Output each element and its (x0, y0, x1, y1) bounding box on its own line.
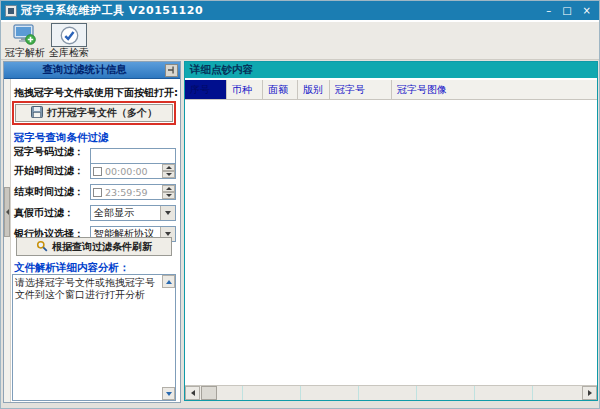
app-window: 冠字号系统维护工具 V20151120 – □ × 冠字解析 (0, 0, 600, 409)
toolbar-button-label: 全库检索 (49, 47, 89, 58)
app-icon (5, 5, 17, 17)
scrollbar-thumb[interactable] (201, 386, 217, 400)
toolbar-button-label: 冠字解析 (5, 47, 45, 58)
chevron-down-icon[interactable] (160, 206, 175, 220)
refresh-by-filter-button[interactable]: 根据查询过滤条件刷新 (16, 237, 172, 256)
window-title: 冠字号系统维护工具 V20151120 (21, 1, 203, 20)
currency-filter-value: 全部显示 (94, 206, 134, 220)
highlight-red-box: 打开冠字号文件（多个） (12, 101, 176, 125)
serial-filter-input[interactable] (90, 148, 176, 164)
start-time-stepper[interactable] (162, 164, 175, 178)
column-header-currency[interactable]: 币种 (227, 80, 263, 99)
spin-up-icon[interactable] (162, 164, 175, 171)
analysis-textarea[interactable]: 请选择冠字号文件或拖拽冠字号文件到这个窗口进行打开分析 (12, 274, 176, 401)
window-controls: – □ × (546, 1, 597, 20)
form-row-start-time: 开始时间过滤： 00:00:00 (14, 163, 178, 179)
end-time-checkbox[interactable] (93, 188, 102, 197)
monitor-plus-icon (7, 23, 43, 47)
minimize-button[interactable]: – (546, 1, 551, 20)
maximize-button[interactable]: □ (562, 1, 571, 20)
spin-down-icon[interactable] (162, 192, 175, 199)
spin-up-icon[interactable] (162, 185, 175, 192)
column-header-serial-image[interactable]: 冠字号图像 (392, 80, 597, 99)
toolbar-button-full-search[interactable]: 全库检索 (47, 23, 91, 59)
check-circle-icon (51, 23, 87, 47)
detail-panel-title: 详细点钞内容 (190, 63, 253, 77)
currency-filter-label: 真假币过滤： (14, 206, 74, 220)
horizontal-scrollbar[interactable] (185, 385, 597, 400)
start-time-field[interactable]: 00:00:00 (90, 163, 176, 179)
start-time-checkbox[interactable] (93, 167, 102, 176)
toolbar-button-serial-parse[interactable]: 冠字解析 (3, 23, 47, 59)
column-header-edition[interactable]: 版别 (298, 80, 330, 99)
scroll-down-icon[interactable] (162, 387, 175, 400)
open-serial-file-button[interactable]: 打开冠字号文件（多个） (15, 104, 173, 122)
currency-filter-select[interactable]: 全部显示 (90, 205, 176, 221)
start-time-label: 开始时间过滤： (14, 164, 84, 178)
titlebar: 冠字号系统维护工具 V20151120 – □ × (1, 1, 600, 20)
analysis-section-title: 文件解析详细内容分析： (14, 261, 130, 275)
magnifier-icon (36, 240, 48, 254)
end-time-field[interactable]: 23:59:59 (90, 184, 176, 200)
detail-panel: 详细点钞内容 序号 币种 面额 版别 冠字号 冠字号图像 (184, 61, 598, 401)
spin-down-icon[interactable] (162, 171, 175, 178)
column-header-index[interactable]: 序号 (185, 80, 227, 99)
pin-icon[interactable] (165, 64, 178, 77)
query-filter-panel: 查询过滤统计信息 拖拽冠字号文件或使用下面按钮打开: 打开冠字号文件（多个） (3, 61, 181, 403)
scrollbar-thumb[interactable] (4, 187, 10, 237)
scroll-left-icon[interactable] (185, 386, 200, 400)
end-time-stepper[interactable] (162, 185, 175, 199)
form-row-serial: 冠字号码过滤： (14, 144, 178, 160)
table-header-row: 序号 币种 面额 版别 冠字号 冠字号图像 (185, 80, 597, 100)
analysis-scrollbar[interactable] (162, 275, 175, 400)
floppy-icon (31, 106, 43, 120)
serial-filter-label: 冠字号码过滤： (14, 145, 84, 159)
toolbar: 冠字解析 全库检索 (1, 22, 600, 60)
table-body-empty (185, 100, 597, 385)
column-header-serial[interactable]: 冠字号 (330, 80, 392, 99)
refresh-button-label: 根据查询过滤条件刷新 (52, 240, 152, 254)
end-time-label: 结束时间过滤： (14, 185, 84, 199)
left-panel-header: 查询过滤统计信息 (4, 62, 180, 79)
close-button[interactable]: × (583, 1, 591, 20)
column-header-denomination[interactable]: 面额 (263, 80, 298, 99)
start-time-value: 00:00:00 (105, 166, 148, 177)
end-time-value: 23:59:59 (105, 187, 148, 198)
filter-section-title: 冠字号查询条件过滤 (14, 131, 109, 145)
scroll-right-icon[interactable] (582, 386, 597, 400)
analysis-placeholder-text: 请选择冠字号文件或拖拽冠字号文件到这个窗口进行打开分析 (15, 277, 159, 301)
form-row-end-time: 结束时间过滤： 23:59:59 (14, 184, 178, 200)
form-row-currency: 真假币过滤： 全部显示 (14, 205, 178, 221)
open-button-label: 打开冠字号文件（多个） (47, 106, 157, 120)
left-panel-scrollbar[interactable] (4, 79, 11, 402)
scroll-up-icon[interactable] (162, 275, 175, 288)
drag-hint-text: 拖拽冠字号文件或使用下面按钮打开: (14, 86, 178, 100)
left-panel-title: 查询过滤统计信息 (4, 63, 165, 77)
detail-panel-header: 详细点钞内容 (185, 62, 597, 78)
